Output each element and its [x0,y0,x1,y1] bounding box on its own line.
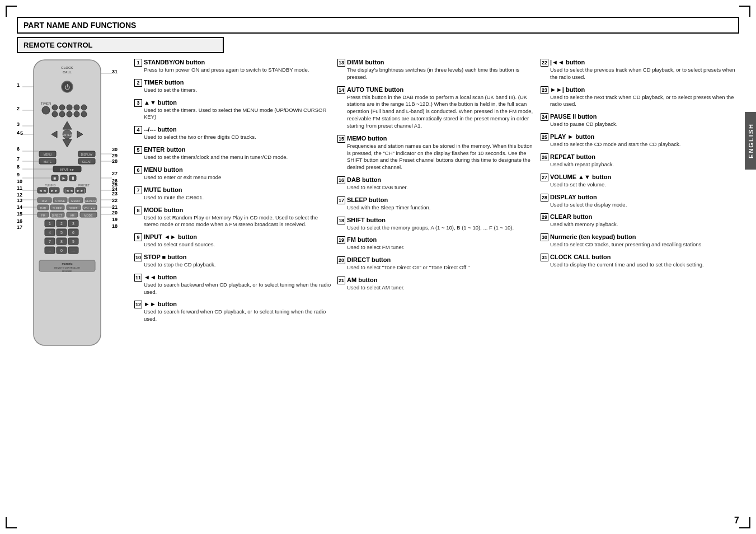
entry-9: 9INPUT ◄► buttonUsed to select sound sou… [134,233,333,249]
entry-title-23: 23►►| button [541,86,739,94]
entry-num-18: 18 [337,217,345,224]
entry-num-29: 29 [541,213,548,221]
svg-point-16 [81,111,87,117]
svg-text:⏻: ⏻ [64,84,70,90]
entry-body-8: Used to set Random Play or Memory Play i… [134,214,333,229]
label-18: 18 [112,223,118,229]
entry-title-9: 9INPUT ◄► button [134,233,333,241]
entry-title-text-1: STANDBY/ON button [144,59,205,65]
entry-body-2: Used to set the timers. [134,87,333,94]
entry-body-21: Used to select AM tuner. [337,284,536,292]
entry-title-1: 1STANDBY/ON button [134,59,333,67]
entry-12: 12►► buttonUsed to search forward when C… [134,301,333,323]
entry-5: 5ENTER buttonUsed to set the timers/cloc… [134,146,333,161]
label-11: 11 [17,185,22,191]
entry-title-10: 10STOP ■ button [134,254,333,261]
entry-num-12: 12 [134,301,142,308]
svg-point-11 [81,105,87,110]
entry-body-9: Used to select sound sources. [134,241,333,249]
entry-11: 11◄◄ buttonUsed to search backward when … [134,274,333,296]
entry-num-25: 25 [541,133,548,141]
entry-title-4: 4--/--- button [134,126,333,134]
label-12: 12 [17,192,22,198]
svg-text:1: 1 [49,222,51,226]
entry-title-24: 24PAUSE II button [541,113,739,121]
svg-point-7 [52,105,58,110]
svg-text:REPEAT: REPEAT [85,199,96,203]
entry-num-14: 14 [337,86,345,94]
english-tab: ENGLISH [745,112,756,170]
entry-1: 1STANDBY/ON buttonPress to turn power ON… [134,59,333,74]
entry-title-text-8: MODE button [144,207,183,213]
entry-num-10: 10 [134,254,142,261]
label-30: 30 [112,147,118,152]
entry-title-text-2: TIMER button [144,79,184,86]
label-15: 15 [17,211,22,217]
entry-title-14: 14AUTO TUNE button [337,86,536,94]
svg-text:AM: AM [70,214,74,217]
label-5: 5 [20,130,23,136]
entry-num-4: 4 [134,126,142,134]
entry-body-22: Used to select the previous track when C… [541,67,739,81]
entry-title-22: 22|◄◄ button [541,59,739,67]
entry-title-20: 20DIRECT button [337,256,536,264]
entry-title-19: 19FM button [337,236,536,244]
svg-text:MEMO: MEMO [71,199,80,203]
entry-title-text-19: FM button [347,236,377,243]
entry-body-10: Used to stop the CD playback. [134,261,333,269]
label-16: 16 [17,218,22,224]
entry-24: 24PAUSE II buttonUsed to pause CD playba… [541,113,739,128]
label-23: 23 [112,191,118,196]
sub-header: REMOTE CONTROL [17,37,224,53]
svg-point-14 [67,111,72,117]
entry-title-text-16: DAB button [347,176,381,183]
label-31: 31 [112,69,118,74]
entry-num-3: 3 [134,99,142,107]
entry-body-7: Used to mute the CR601. [134,194,333,202]
entry-body-13: The display's brightness switches (in th… [337,67,536,81]
entry-title-5: 5ENTER button [134,146,333,154]
entry-title-text-5: ENTER button [144,146,186,153]
entry-title-text-14: AUTO TUNE button [347,86,403,93]
svg-text:2: 2 [60,222,63,226]
page-number: 7 [734,516,739,526]
svg-text:REMOTE CONTROLLER: REMOTE CONTROLLER [54,266,80,269]
svg-text:RC6040R: RC6040R [62,270,72,273]
label-3: 3 [17,121,20,127]
svg-text:4: 4 [49,231,51,235]
svg-text:►: ► [62,176,66,181]
entry-title-21: 21AM button [337,277,536,284]
entry-body-19: Used to select FM tuner. [337,244,536,251]
corner-mark-bl [6,517,17,528]
entry-num-11: 11 [134,274,142,282]
svg-text:SLEEP: SLEEP [53,207,62,210]
entry-body-6: Used to enter or exit menu mode [134,174,333,181]
label-13: 13 [17,198,22,203]
svg-text:FM: FM [41,214,45,217]
entry-body-16: Used to select DAB tuner. [337,184,536,191]
remote-svg: CLOCK CALL ⏻ TIMER [22,59,112,350]
entry-num-27: 27 [541,174,548,181]
entry-body-14: Press this button in the DAB mode to per… [337,94,536,130]
svg-text:TIMER: TIMER [41,102,51,105]
entry-title-18: 18SHIFT button [337,217,536,224]
entry-title-text-31: CLOCK CALL button [550,254,611,260]
page: ENGLISH PART NAME AND FUNCTIONS REMOTE C… [0,0,756,534]
label-27: 27 [112,171,118,176]
entry-title-text-25: PLAY ► button [550,133,594,140]
svg-text:3: 3 [72,222,74,226]
entry-21: 21AM buttonUsed to select AM tuner. [337,277,536,292]
entry-title-15: 15MEMO button [337,135,536,143]
entry-4: 4--/--- buttonUsed to select the two or … [134,126,333,141]
entry-title-26: 26REPEAT button [541,153,739,161]
entry-num-15: 15 [337,135,345,143]
entry-18: 18SHIFT buttonUsed to select the memory … [337,217,536,232]
svg-text:MODE: MODE [84,214,93,217]
corner-mark-tl [6,6,17,17]
entry-num-31: 31 [541,254,548,261]
entry-title-text-29: CLEAR button [550,213,592,220]
svg-point-10 [74,105,79,110]
svg-text:PRESET: PRESET [78,184,90,187]
entry-title-text-6: MENU button [144,166,183,173]
entry-body-17: Used with the Sleep Timer function. [337,204,536,212]
